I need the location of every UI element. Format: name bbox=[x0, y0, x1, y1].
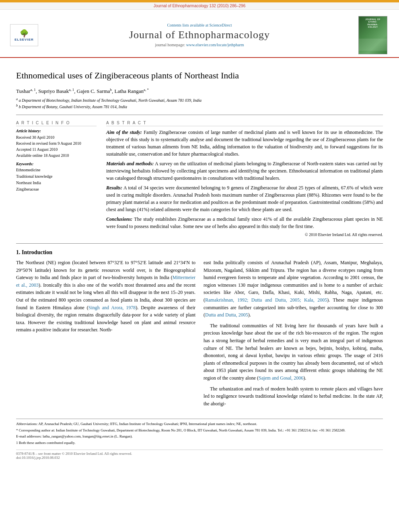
elsevier-logo: 🌳 ELSEVIER bbox=[10, 24, 38, 46]
main-content: Ethnomedical uses of Zingiberaceous plan… bbox=[0, 58, 399, 468]
citation-text: Journal of Ethnopharmacology 132 (2010) … bbox=[154, 4, 246, 8]
cover-decoration bbox=[359, 39, 387, 51]
sciencedirect-link: Contents lists available at ScienceDirec… bbox=[167, 23, 232, 27]
intro-col-left: The Northeast (NE) region (located betwe… bbox=[16, 259, 195, 411]
journal-homepage: journal homepage: www.elsevier.com/locat… bbox=[155, 43, 244, 47]
ref-singh-arora: Singh and Arora, 1978 bbox=[88, 305, 136, 310]
intro-p2: east India politically consists of Aruna… bbox=[204, 259, 383, 319]
copyright-line: © 2010 Elsevier Ireland Ltd. All rights … bbox=[106, 232, 383, 237]
doi-line: doi:10.1016/j.jep.2010.08.032 bbox=[16, 456, 383, 460]
abbreviations-note: Abbreviations: AP, Arunachal Pradesh; GU… bbox=[16, 421, 383, 427]
ref-mittermeier: Mittermeier et al., 2003 bbox=[16, 275, 195, 288]
citation-bar: Journal of Ethnopharmacology 132 (2010) … bbox=[0, 2, 399, 10]
contents-label: Contents lists available at bbox=[167, 23, 208, 27]
intro-p4: The urbanization and reach of modern hea… bbox=[204, 385, 383, 408]
ref-sajem-gosal: Sajem and Gosal, 2006 bbox=[259, 375, 303, 381]
article-title: Ethnomedical uses of Zingiberaceous plan… bbox=[16, 70, 383, 82]
keyword-2: Traditional knowledge bbox=[16, 173, 97, 180]
abstract-results: Results: A total of 34 species were docu… bbox=[106, 184, 383, 213]
issn-line: 0378-8741/$ – see front matter © 2010 El… bbox=[16, 452, 383, 456]
article-info-heading: A R T I C L E I N F O bbox=[16, 121, 97, 126]
abstract-column: A B S T R A C T Aim of the study: Family… bbox=[106, 121, 383, 237]
corresponding-note: * Corresponding author at: Indian Instit… bbox=[16, 428, 383, 433]
affiliation-b: b b Department of Botany, Gauhati Univer… bbox=[16, 104, 383, 109]
homepage-url[interactable]: www.elsevier.com/locate/jethpharm bbox=[186, 43, 244, 47]
header-right: JOURNAL OFETHNO-PHARMA-COLOGY bbox=[355, 13, 391, 57]
intro-col-right: east India politically consists of Aruna… bbox=[204, 259, 383, 411]
intro-p1: The Northeast (NE) region (located betwe… bbox=[16, 259, 195, 334]
history-label: Article history: bbox=[16, 129, 97, 133]
cover-title: JOURNAL OFETHNO-PHARMA-COLOGY bbox=[365, 18, 380, 29]
keyword-4: Zingiberaceae bbox=[16, 186, 97, 193]
footnote1: 1 Both these authors contributed equally… bbox=[16, 440, 383, 446]
info-abstract-section: A R T I C L E I N F O Article history: R… bbox=[16, 121, 383, 237]
abstract-heading: A B S T R A C T bbox=[106, 121, 383, 126]
header-left: 🌳 ELSEVIER bbox=[8, 13, 44, 57]
ref-ramakrishnan: Ramakrishnan, 1992; Dutta and Dutta, 200… bbox=[205, 297, 327, 303]
footer-bottom: 0378-8741/$ – see front matter © 2010 El… bbox=[16, 450, 383, 460]
elsevier-name: ELSEVIER bbox=[14, 38, 34, 41]
section-1-title: 1. Introduction bbox=[16, 249, 383, 256]
authors: Tushara, 1, Supriyo Basaka, 1, Gajen C. … bbox=[16, 87, 383, 95]
elsevier-tree-icon: 🌳 bbox=[20, 29, 29, 38]
abstract-methods: Materials and methods: A survey on the u… bbox=[106, 160, 383, 182]
ref-dutta: Dutta and Dutta, 2005 bbox=[205, 312, 248, 318]
sciencedirect-anchor[interactable]: ScienceDirect bbox=[209, 23, 232, 27]
divider-1 bbox=[16, 115, 383, 115]
aim-label: Aim of the study: bbox=[106, 129, 142, 135]
abstract-conclusions: Conclusions: The study establishes Zingi… bbox=[106, 216, 383, 230]
results-label: Results: bbox=[106, 185, 122, 191]
journal-cover-image: JOURNAL OFETHNO-PHARMA-COLOGY bbox=[358, 16, 387, 54]
abstract-aim: Aim of the study: Family Zingiberaceae c… bbox=[106, 129, 383, 158]
methods-label: Materials and methods: bbox=[106, 161, 154, 166]
page: Journal of Ethnopharmacology 132 (2010) … bbox=[0, 0, 399, 532]
introduction-body: The Northeast (NE) region (located betwe… bbox=[16, 259, 383, 411]
keyword-3: Northeast India bbox=[16, 180, 97, 186]
divider-2 bbox=[16, 243, 383, 244]
intro-p3: The traditional communities of NE living… bbox=[204, 322, 383, 382]
affiliation-a: a a Department of Biotechnology, Indian … bbox=[16, 97, 383, 103]
email-note: E-mail addresses: latha_rangan@yahoo.com… bbox=[16, 434, 383, 440]
history-received: Received 30 April 2010 Received in revis… bbox=[16, 134, 97, 158]
header-center: Contents lists available at ScienceDirec… bbox=[44, 13, 355, 57]
article-info-column: A R T I C L E I N F O Article history: R… bbox=[16, 121, 97, 237]
journal-header: 🌳 ELSEVIER Contents lists available at S… bbox=[0, 10, 399, 58]
homepage-label: journal homepage: bbox=[155, 43, 185, 47]
journal-name: Journal of Ethnopharmacology bbox=[129, 29, 270, 41]
keywords-label: Keywords: bbox=[16, 162, 97, 166]
footer-notes: Abbreviations: AP, Arunachal Pradesh; GU… bbox=[16, 419, 383, 446]
conclusions-label: Conclusions: bbox=[106, 216, 132, 222]
keyword-1: Ethnomedicine bbox=[16, 167, 97, 173]
